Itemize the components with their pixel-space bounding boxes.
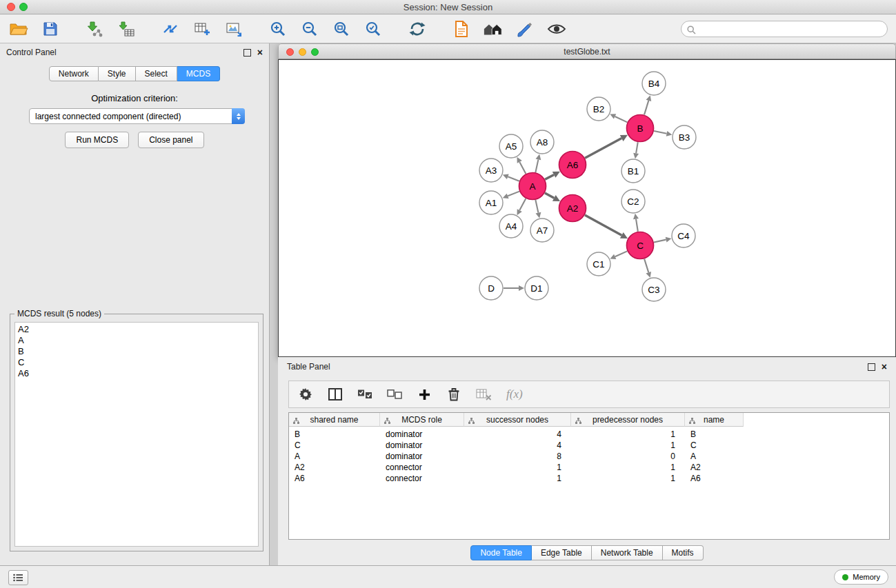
settings-gear-icon[interactable]	[298, 386, 313, 403]
node-D1[interactable]: D1	[525, 276, 548, 300]
column-header-MCDS-role[interactable]: MCDS role	[380, 413, 464, 427]
first-neighbors-icon[interactable]	[451, 19, 472, 39]
node-A1[interactable]: A1	[479, 191, 503, 214]
delete-column-icon[interactable]	[446, 386, 461, 403]
edge-A6-B[interactable]	[585, 135, 628, 158]
mcds-result-item[interactable]: A	[18, 335, 255, 346]
node-B2[interactable]: B2	[587, 97, 610, 121]
node-A3[interactable]: A3	[479, 159, 503, 182]
edge-D-D1[interactable]	[504, 285, 524, 291]
node-C1[interactable]: C1	[587, 252, 610, 276]
node-A[interactable]: A	[519, 173, 546, 200]
close-panel-button[interactable]: Close panel	[138, 132, 203, 148]
panel-list-icon[interactable]	[8, 570, 28, 585]
edge-A-A3[interactable]	[503, 174, 519, 181]
zoom-fit-icon[interactable]	[331, 19, 352, 39]
edge-A-A5[interactable]	[517, 157, 526, 174]
tab-mcds[interactable]: MCDS	[177, 66, 220, 81]
close-table-panel-icon[interactable]: ×	[882, 362, 887, 372]
table-row[interactable]: A6connector11A6	[289, 473, 889, 484]
network-maximize-button[interactable]	[311, 48, 319, 56]
table-tab-network-table[interactable]: Network Table	[592, 545, 663, 560]
refresh-view-icon[interactable]	[407, 19, 428, 39]
network-minimize-button[interactable]	[299, 48, 306, 56]
column-header-predecessor-nodes[interactable]: predecessor nodes	[571, 413, 685, 427]
deselect-all-icon[interactable]	[387, 386, 402, 403]
search-input[interactable]	[681, 21, 888, 37]
edge-B-B3[interactable]	[654, 131, 672, 136]
node-C[interactable]: C	[627, 232, 654, 259]
save-session-icon[interactable]	[40, 19, 61, 39]
table-row[interactable]: Bdominator41B	[289, 429, 889, 440]
edge-C-C1[interactable]	[610, 251, 627, 259]
node-A4[interactable]: A4	[499, 214, 523, 238]
float-panel-icon[interactable]	[243, 49, 251, 57]
new-table-icon[interactable]	[192, 19, 212, 39]
function-builder-icon[interactable]: f(x)	[506, 386, 523, 403]
home-view-icon[interactable]	[483, 19, 504, 39]
edge-A2-C[interactable]	[585, 215, 628, 239]
tab-select[interactable]: Select	[136, 66, 177, 81]
node-A5[interactable]: A5	[499, 134, 523, 158]
network-close-button[interactable]	[286, 48, 294, 56]
edge-A-A8[interactable]	[535, 154, 541, 172]
open-session-icon[interactable]	[8, 19, 29, 39]
edge-C-C3[interactable]	[644, 259, 651, 278]
node-C2[interactable]: C2	[621, 190, 645, 213]
table-row[interactable]: Adominator80A	[289, 451, 889, 462]
node-A6[interactable]: A6	[559, 152, 586, 179]
run-mcds-button[interactable]: Run MCDS	[65, 132, 129, 148]
mcds-result-item[interactable]: A6	[18, 368, 255, 379]
memory-button[interactable]: Memory	[834, 569, 888, 585]
edge-C-C4[interactable]	[654, 237, 671, 243]
tab-network[interactable]: Network	[49, 66, 99, 81]
node-B[interactable]: B	[627, 115, 654, 142]
column-header-successor-nodes[interactable]: successor nodes	[464, 413, 571, 427]
mcds-result-item[interactable]: A2	[18, 324, 255, 335]
table-row[interactable]: A2connector11A2	[289, 462, 889, 473]
mcds-result-list[interactable]: A2ABCA6	[14, 322, 259, 547]
fullscreen-window-button[interactable]	[19, 3, 28, 11]
zoom-in-icon[interactable]	[268, 19, 288, 39]
tab-style[interactable]: Style	[99, 66, 136, 81]
node-B4[interactable]: B4	[642, 72, 666, 95]
float-table-panel-icon[interactable]	[868, 363, 875, 371]
zoom-out-icon[interactable]	[299, 19, 320, 39]
export-image-icon[interactable]	[223, 19, 244, 39]
node-A2[interactable]: A2	[559, 195, 586, 222]
new-network-icon[interactable]	[160, 19, 181, 39]
network-canvas[interactable]: B4B2BB3A5A8A6A3B1AC2A1A2A4A7C4CC1DD1C3	[278, 59, 896, 357]
table-tab-edge-table[interactable]: Edge Table	[532, 545, 592, 560]
edge-A-A7[interactable]	[535, 200, 541, 218]
split-panel-icon[interactable]	[328, 386, 343, 403]
node-C4[interactable]: C4	[672, 224, 695, 247]
node-B1[interactable]: B1	[621, 159, 645, 183]
show-hide-details-icon[interactable]	[546, 19, 567, 39]
node-A8[interactable]: A8	[530, 130, 554, 154]
edge-A-A6[interactable]	[545, 172, 560, 180]
edge-B-B4[interactable]	[644, 95, 651, 114]
table-tab-motifs[interactable]: Motifs	[663, 545, 704, 560]
column-header-name[interactable]: name	[685, 413, 744, 427]
select-all-icon[interactable]	[357, 386, 372, 403]
criterion-dropdown[interactable]: largest connected component (directed)	[29, 108, 245, 124]
mcds-result-item[interactable]: C	[18, 357, 255, 368]
edge-A-A1[interactable]	[503, 192, 519, 199]
edge-B-B2[interactable]	[610, 114, 627, 122]
node-C3[interactable]: C3	[642, 278, 666, 301]
import-network-from-file-icon[interactable]	[84, 19, 105, 39]
edge-B-B1[interactable]	[633, 142, 639, 159]
delete-table-icon[interactable]	[476, 386, 492, 403]
close-window-button[interactable]	[7, 3, 15, 11]
table-row[interactable]: Cdominator41C	[289, 440, 889, 451]
paint-styles-icon[interactable]	[515, 19, 535, 39]
node-D[interactable]: D	[479, 276, 503, 300]
edge-A-A4[interactable]	[517, 199, 526, 215]
edge-C-C2[interactable]	[633, 214, 639, 232]
network-window-titlebar[interactable]: testGlobe.txt	[278, 43, 896, 59]
node-A7[interactable]: A7	[530, 219, 554, 242]
mcds-result-item[interactable]: B	[18, 346, 255, 357]
close-panel-icon[interactable]: ×	[257, 48, 263, 57]
edge-A-A2[interactable]	[545, 193, 560, 201]
node-B3[interactable]: B3	[673, 125, 696, 149]
